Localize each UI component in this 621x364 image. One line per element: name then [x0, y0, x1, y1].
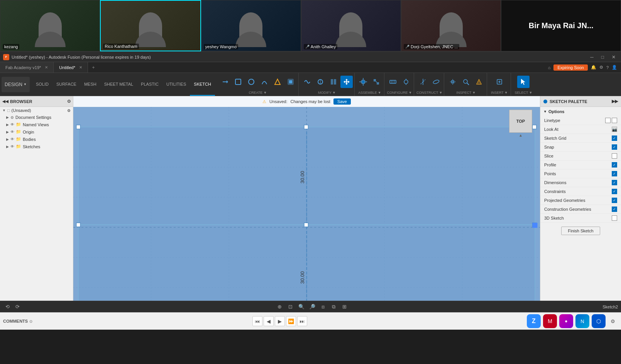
home-icon[interactable]: ⌂: [548, 65, 551, 70]
browser-item-bodies[interactable]: ▶ 👁 📁 Bodies: [0, 135, 73, 143]
options-header[interactable]: ▼ Options: [540, 107, 621, 116]
browser-item-doc-settings[interactable]: ▶ ⚙ Document Settings: [0, 114, 73, 121]
sketch-grid-checkbox[interactable]: ✓: [612, 135, 617, 141]
playback-end-button[interactable]: ⏭: [297, 316, 307, 326]
insert-chevron[interactable]: ▼: [504, 91, 508, 95]
status-tool-undo[interactable]: ⟲: [3, 303, 12, 311]
tab-fab-academy[interactable]: Fab Academy v19* ✕: [0, 62, 54, 73]
inspect-tool-2[interactable]: [460, 76, 472, 88]
slice-checkbox[interactable]: [612, 153, 617, 159]
video-participant-5[interactable]: 🎤 Dorji Gyeltshen, JNEC ...: [401, 0, 501, 51]
playback-play-button[interactable]: ▶: [275, 316, 285, 326]
inspect-chevron[interactable]: ▼: [472, 91, 475, 95]
view-tool-grid[interactable]: ⧉: [330, 303, 338, 311]
toolbar-tab-sketch[interactable]: SKETCH: [190, 73, 215, 96]
app4-icon[interactable]: N: [575, 314, 589, 328]
modify-tool-2[interactable]: [314, 76, 327, 88]
toolbar-tab-mesh[interactable]: MESH: [80, 73, 100, 96]
inspect-tool-1[interactable]: [447, 76, 459, 88]
modify-tool-3[interactable]: [327, 76, 340, 88]
construct-tool-2[interactable]: [430, 76, 442, 88]
create-tool-3[interactable]: [245, 76, 257, 88]
create-tool-5[interactable]: [271, 76, 284, 88]
view-tool-zoom-out[interactable]: 🔎: [308, 303, 316, 311]
dimensions-checkbox[interactable]: ✓: [612, 180, 617, 185]
create-tool-6[interactable]: [284, 76, 297, 88]
tab-untitled[interactable]: Untitled* ✕: [54, 62, 88, 73]
assemble-tool-2[interactable]: [370, 76, 382, 88]
notifications-icon[interactable]: 🔔: [591, 65, 596, 70]
assemble-tool-1[interactable]: [357, 76, 369, 88]
playback-prev-button[interactable]: ◀: [264, 316, 274, 326]
toolbar-tab-solid[interactable]: SOLID: [32, 73, 52, 96]
view-tool-fit[interactable]: ⊡: [286, 303, 295, 311]
modify-tool-1[interactable]: [301, 76, 313, 88]
cube-top-face[interactable]: TOP: [509, 110, 532, 133]
select-tool-1[interactable]: [517, 76, 530, 88]
collapse-browser-icon[interactable]: ◀◀: [2, 99, 8, 103]
profile-checkbox[interactable]: ✓: [612, 162, 617, 168]
create-chevron[interactable]: ▼: [263, 91, 267, 95]
create-tool-4[interactable]: [258, 76, 271, 88]
construction-geometries-checkbox[interactable]: ✓: [612, 207, 617, 212]
create-tool-1[interactable]: [219, 76, 231, 88]
select-chevron[interactable]: ▼: [529, 91, 532, 95]
options-chevron[interactable]: ▼: [543, 110, 547, 113]
toolbar-tab-sheetmetal[interactable]: SHEET METAL: [100, 73, 137, 96]
points-checkbox[interactable]: ✓: [612, 171, 617, 176]
inspect-tool-3[interactable]: [473, 76, 485, 88]
comments-toggle[interactable]: ⊙: [29, 319, 32, 323]
zoom-app-icon[interactable]: Z: [527, 314, 541, 328]
app3-icon[interactable]: ●: [559, 314, 573, 328]
configure-tool-1[interactable]: [387, 76, 399, 88]
close-button[interactable]: ✕: [609, 54, 618, 61]
mcafee-app-icon[interactable]: M: [543, 314, 557, 328]
tree-expand-unsaved[interactable]: ▼: [2, 108, 6, 112]
browser-item-origin[interactable]: ▶ 👁 📁 Origin: [0, 128, 73, 135]
toolbar-tab-utilities[interactable]: UTILITIES: [162, 73, 190, 96]
palette-expand-icon[interactable]: ▶▶: [612, 99, 618, 104]
construct-chevron[interactable]: ▼: [439, 91, 442, 95]
move-tool[interactable]: [340, 76, 353, 88]
browser-item-named-views[interactable]: ▶ 👁 📁 Named Views: [0, 121, 73, 128]
minimize-button[interactable]: ─: [588, 54, 596, 61]
new-tab-button[interactable]: +: [88, 62, 99, 73]
video-participant-4[interactable]: 🎤 Anith Ghalley: [301, 0, 401, 51]
view-tool-display[interactable]: ⧈: [319, 303, 327, 311]
assemble-chevron[interactable]: ▼: [378, 91, 381, 95]
tab-untitled-close[interactable]: ✕: [79, 65, 82, 69]
video-participant-3[interactable]: yeshey Wangmo: [201, 0, 301, 51]
3d-sketch-checkbox[interactable]: [612, 215, 617, 221]
user-avatar[interactable]: 👤: [612, 65, 617, 70]
tab-fab-close[interactable]: ✕: [45, 65, 48, 69]
view-tool-zoom-in[interactable]: 🔍: [297, 303, 306, 311]
construct-tool-1[interactable]: [417, 76, 429, 88]
playback-start-button[interactable]: ⏮: [252, 316, 262, 326]
playback-next-button[interactable]: ⏩: [286, 316, 296, 326]
video-participant-2[interactable]: Rico Kanthatham: [100, 0, 201, 51]
toolbar-tab-plastic[interactable]: PLASTIC: [137, 73, 162, 96]
help-icon[interactable]: ?: [606, 65, 609, 70]
view-tool-home[interactable]: ⊕: [276, 303, 284, 311]
projected-geometries-checkbox[interactable]: ✓: [612, 198, 617, 203]
settings-icon[interactable]: ⚙: [599, 65, 603, 70]
modify-chevron[interactable]: ▼: [332, 91, 336, 95]
configure-tool-2[interactable]: [400, 76, 412, 88]
video-last-participant[interactable]: Bir Maya Rai JN...: [501, 0, 621, 51]
constraints-checkbox[interactable]: ✓: [612, 189, 617, 194]
maximize-button[interactable]: □: [599, 54, 606, 61]
video-participant-1[interactable]: kezang: [0, 0, 100, 51]
configure-chevron[interactable]: ▼: [408, 91, 412, 95]
save-button[interactable]: Save: [333, 98, 351, 105]
browser-options-icon[interactable]: ⊙: [67, 99, 71, 104]
expiring-button[interactable]: Expiring Soon: [553, 64, 588, 71]
lookat-icon[interactable]: 📷: [612, 127, 617, 132]
settings-gear-icon[interactable]: ⚙: [608, 316, 618, 326]
insert-tool-1[interactable]: [493, 76, 506, 88]
view-tool-split[interactable]: ⊞: [340, 303, 349, 311]
unsaved-settings-icon[interactable]: ⚙: [67, 108, 71, 113]
status-tool-redo[interactable]: ⟳: [13, 303, 22, 311]
toolbar-tab-surface[interactable]: SURFACE: [52, 73, 80, 96]
finish-sketch-button[interactable]: Finish Sketch: [561, 227, 600, 235]
linetype-widget-2[interactable]: [612, 118, 617, 123]
